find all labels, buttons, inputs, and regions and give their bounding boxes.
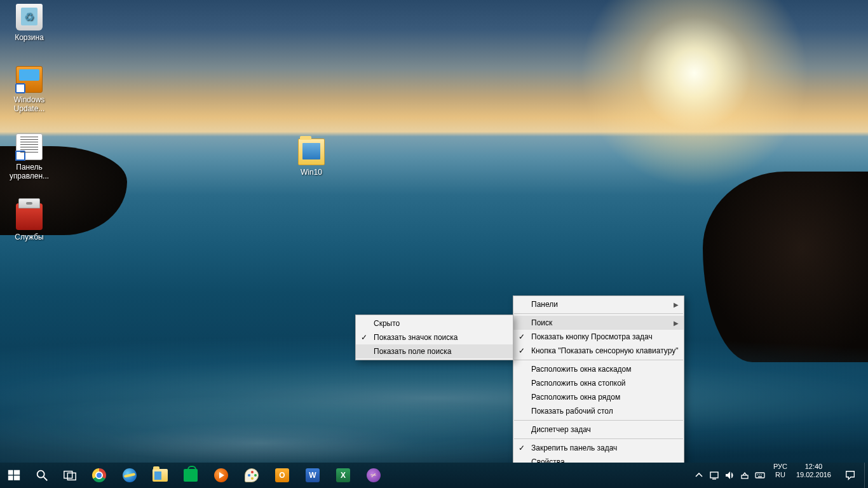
language-indicator[interactable]: РУС RU	[770, 463, 791, 488]
search-submenu-item[interactable]: Скрыто	[356, 316, 513, 330]
check-icon: ✓	[519, 346, 525, 355]
file-explorer-icon	[153, 469, 168, 482]
menu-item-label: Показать значок поиска	[374, 333, 458, 342]
desktop-icon-services[interactable]: Службы	[5, 203, 53, 242]
store-icon	[184, 469, 198, 482]
check-icon: ✓	[519, 332, 525, 341]
svg-rect-0	[8, 470, 13, 475]
taskbar-app-ie[interactable]	[114, 463, 145, 488]
menu-item-label: Расположить окна стопкой	[531, 379, 626, 388]
taskbar-menu-item[interactable]: Панели▶	[513, 297, 684, 311]
icon-label: Панель управлен...	[5, 162, 53, 181]
taskbar-menu-item[interactable]: Расположить окна стопкой	[513, 376, 684, 390]
lang-line1: РУС	[773, 463, 787, 471]
taskbar-context-menu[interactable]: Панели▶Поиск▶✓Показать кнопку Просмотра …	[513, 295, 684, 471]
taskbar-app-outlook[interactable]: O	[267, 463, 297, 488]
tray-show-hidden-icons[interactable]	[692, 463, 706, 488]
snipping-tool-icon	[367, 468, 381, 482]
menu-item-label: Диспетчер задач	[531, 425, 591, 434]
menu-item-label: Панели	[531, 300, 558, 309]
desktop-icon-windows-update[interactable]: Windows Update...	[5, 66, 53, 114]
svg-rect-1	[14, 470, 20, 475]
svg-line-5	[44, 477, 48, 481]
media-player-icon	[214, 468, 228, 482]
task-view-button[interactable]	[56, 463, 84, 488]
windows-logo-icon	[7, 468, 21, 482]
taskbar-app-word[interactable]: W	[297, 463, 328, 488]
check-icon: ✓	[519, 444, 525, 452]
word-icon: W	[306, 468, 320, 482]
taskbar-menu-item[interactable]: Расположить окна рядом	[513, 390, 684, 404]
menu-item-label: Закрепить панель задач	[531, 444, 617, 452]
toolbox-icon	[16, 203, 43, 230]
search-submenu-item[interactable]: ✓Показать значок поиска	[356, 330, 513, 344]
chevron-right-icon: ▶	[674, 320, 679, 327]
menu-separator	[514, 313, 683, 314]
taskbar-menu-item[interactable]: ✓Показать кнопку Просмотра задач	[513, 330, 684, 344]
icon-label: Службы	[13, 232, 44, 242]
taskbar-menu-item[interactable]: Расположить окна каскадом	[513, 362, 684, 376]
taskbar-menu-item[interactable]: Диспетчер задач	[513, 423, 684, 437]
recycle-bin-icon	[16, 4, 43, 30]
svg-rect-12	[756, 473, 764, 478]
svg-point-4	[37, 471, 44, 478]
taskbar-app-excel[interactable]: X	[328, 463, 358, 488]
notifications-icon	[844, 470, 856, 481]
svg-rect-11	[742, 475, 748, 478]
folder-icon	[298, 139, 325, 165]
taskbar-app-paint[interactable]	[236, 463, 267, 488]
taskbar-app-media-player[interactable]	[206, 463, 236, 488]
usb-eject-icon	[740, 470, 750, 480]
outlook-icon: O	[275, 468, 289, 482]
windows-update-icon	[16, 66, 43, 93]
taskbar-search-button[interactable]	[28, 463, 56, 488]
tray-volume[interactable]	[722, 463, 736, 488]
menu-separator	[514, 360, 683, 360]
icon-label: Win10	[299, 167, 323, 177]
menu-item-label: Поиск	[531, 318, 552, 327]
svg-rect-3	[14, 475, 20, 480]
start-button[interactable]	[0, 463, 28, 488]
control-panel-icon	[16, 133, 43, 160]
tray-safely-remove[interactable]	[738, 463, 752, 488]
taskbar[interactable]: O W X РУС RU 12:40 19.02.2016	[0, 463, 868, 488]
search-icon	[35, 468, 49, 482]
taskbar-menu-item[interactable]: Поиск▶	[513, 316, 684, 330]
desktop-icon-win10-folder[interactable]: Win10	[287, 139, 336, 177]
menu-item-label: Скрыто	[374, 319, 400, 328]
taskbar-app-chrome[interactable]	[84, 463, 114, 488]
chevron-right-icon: ▶	[674, 301, 679, 308]
search-submenu-item[interactable]: Показать поле поиска	[356, 344, 513, 358]
svg-rect-8	[710, 472, 718, 478]
excel-icon: X	[336, 468, 350, 482]
menu-item-label: Показать рабочий стол	[531, 407, 613, 416]
taskbar-app-snipping-tool[interactable]	[358, 463, 389, 488]
taskbar-menu-item[interactable]: ✓Закрепить панель задач	[513, 441, 684, 455]
taskbar-app-explorer[interactable]	[145, 463, 175, 488]
desktop-icon-control-panel[interactable]: Панель управлен...	[5, 133, 53, 181]
desktop[interactable]: Корзина Windows Update... Панель управле…	[0, 0, 868, 463]
taskbar-clock[interactable]: 12:40 19.02.2016	[791, 463, 836, 488]
menu-item-label: Показать кнопку Просмотра задач	[531, 332, 653, 341]
show-desktop-button[interactable]	[864, 463, 868, 488]
taskbar-menu-item[interactable]: ✓Кнопка "Показать сенсорную клавиатуру"	[513, 344, 684, 358]
clock-date: 19.02.2016	[796, 471, 831, 479]
internet-explorer-icon	[123, 468, 137, 482]
svg-rect-7	[67, 473, 76, 480]
taskbar-app-store[interactable]	[175, 463, 206, 488]
desktop-icon-recycle-bin[interactable]: Корзина	[5, 4, 53, 43]
taskbar-menu-item[interactable]: Показать рабочий стол	[513, 404, 684, 418]
menu-separator	[514, 438, 683, 439]
chevron-up-icon	[694, 470, 704, 480]
tray-keyboard[interactable]	[753, 463, 767, 488]
menu-separator	[514, 420, 683, 421]
system-tray[interactable]	[689, 463, 770, 488]
clock-time: 12:40	[796, 463, 831, 471]
svg-rect-2	[8, 475, 13, 480]
icon-label: Windows Update...	[5, 95, 53, 114]
taskbar-context-submenu-search[interactable]: Скрыто✓Показать значок поискаПоказать по…	[355, 315, 513, 360]
action-center-button[interactable]	[836, 463, 864, 488]
menu-item-label: Расположить окна каскадом	[531, 365, 632, 374]
tray-network[interactable]	[707, 463, 721, 488]
task-view-icon	[63, 468, 77, 482]
